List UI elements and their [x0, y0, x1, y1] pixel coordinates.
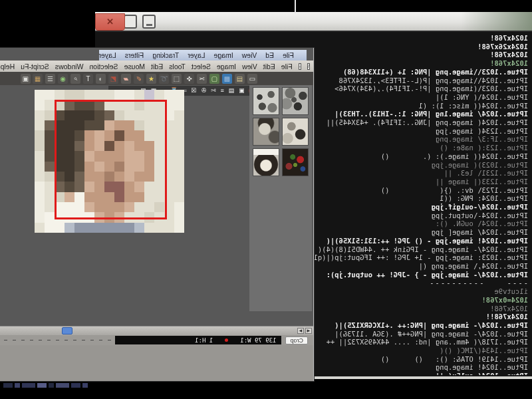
menu-tools[interactable]: Tools: [169, 63, 186, 70]
eraser-tool-icon[interactable]: ▰: [121, 74, 131, 84]
crop-tool-icon[interactable]: ✂: [197, 74, 207, 84]
status-readout: 139 79 W:1 1 H:1: [115, 336, 281, 344]
menu-image[interactable]: Image: [217, 63, 236, 70]
screen-icon[interactable]: ▣: [21, 74, 31, 84]
face-detection-box: [55, 100, 167, 219]
scrollbar-thumb[interactable]: [62, 327, 72, 334]
editor-menubar-main[interactable]: \ - FileEditViewImageSelectToolsEditMous…: [0, 61, 313, 72]
editor-menubar-top[interactable]: FileEdViewImageLayerTrackingFiltersLayer: [99, 50, 307, 61]
scroll-right-icon[interactable]: ▶: [297, 328, 304, 334]
image-editor-window[interactable]: FileEdViewImageLayerTrackingFiltersLayer…: [0, 48, 314, 381]
status-red-dot-icon: [225, 338, 228, 342]
desktop: 1024x768!1024x26x768!1024x768!1024x768!I…: [0, 0, 532, 399]
landscape-icon[interactable]: ▢: [209, 74, 219, 84]
menu-ed[interactable]: Ed: [265, 51, 274, 59]
move-tool-icon[interactable]: ✜: [184, 74, 194, 84]
close-button[interactable]: [95, 13, 125, 31]
menu-tracking[interactable]: Tracking: [152, 51, 179, 59]
terminal-titlebar[interactable]: [95, 12, 532, 32]
new-image-icon[interactable]: ▭: [247, 74, 257, 84]
editor-bottom-area: [0, 345, 313, 381]
menu-help[interactable]: Help: [1, 63, 15, 70]
gradient-tool-icon[interactable]: ◑: [96, 74, 106, 84]
taskbar-fragment[interactable]: [49, 383, 54, 388]
taskbar-fragments[interactable]: [1, 383, 88, 388]
brush-tool-icon[interactable]: ✐: [134, 74, 144, 84]
secondary-tool-icon-3[interactable]: ✄: [211, 88, 216, 94]
open-image-icon[interactable]: ▤: [235, 74, 245, 84]
menu-view[interactable]: View: [242, 51, 257, 59]
channels-icon[interactable]: ▦: [33, 74, 43, 84]
minimize-button[interactable]: [142, 15, 156, 29]
select-tool-icon[interactable]: ⬚: [172, 74, 182, 84]
scroll-left-icon[interactable]: ◀: [305, 328, 312, 334]
camera-icon[interactable]: ▩: [222, 74, 232, 84]
terminal-line: 1024x768!: [98, 34, 528, 43]
taskbar-fragment[interactable]: [22, 383, 35, 388]
secondary-tool-icon-2[interactable]: ≡: [221, 88, 224, 94]
timeline-ticks: [3, 336, 111, 344]
menu-mouse[interactable]: Mouse: [124, 63, 146, 70]
color-picker-icon[interactable]: ◉: [58, 74, 68, 84]
menu-edit[interactable]: Edit: [151, 63, 163, 70]
thumbnail-monkey-face[interactable]: [253, 148, 279, 176]
menu-file[interactable]: File: [283, 51, 294, 59]
maximize-button[interactable]: [124, 15, 137, 29]
editor-toolbar[interactable]: ▭▤▩▢✂✜⬚➰★✐▰◩◑T⌕◉☰▦▣: [0, 72, 313, 85]
status-coords-a: 139 79 W:1: [240, 337, 276, 344]
horizontal-scrollbar[interactable]: ◀ ▶: [0, 326, 313, 335]
thumbnail-texture-3[interactable]: [282, 118, 309, 146]
window-grid-icon[interactable]: \: [307, 63, 310, 70]
secondary-tool-icon-0[interactable]: ▣: [239, 88, 245, 94]
minimize-strip-icon[interactable]: -: [299, 63, 301, 70]
taskbar-fragment[interactable]: [37, 383, 47, 388]
taskbar-fragment[interactable]: [15, 383, 20, 388]
thumbnail-texture-2[interactable]: [253, 87, 279, 115]
taskbar-fragment[interactable]: [71, 383, 80, 388]
taskbar-fragment[interactable]: [3, 383, 13, 388]
titlebar-tint: [454, 12, 532, 31]
zoom-tool-icon[interactable]: ⌕: [70, 74, 80, 84]
menu-file[interactable]: File: [281, 63, 293, 70]
secondary-tool-icon-4[interactable]: ✇: [201, 88, 207, 94]
wand-tool-icon[interactable]: ★: [146, 74, 156, 84]
bucket-tool-icon[interactable]: ◩: [108, 74, 118, 84]
thumbnail-texture-1[interactable]: [282, 87, 309, 115]
menu-filters[interactable]: Filters: [125, 51, 144, 59]
layers-icon[interactable]: ☰: [45, 74, 55, 84]
menu-layer[interactable]: Layer: [98, 51, 116, 59]
menu-image[interactable]: Image: [213, 51, 233, 59]
thumbnails-panel[interactable]: [249, 85, 312, 311]
taskbar-fragment[interactable]: [56, 383, 69, 388]
taskbar-fragment[interactable]: [82, 383, 88, 388]
menu-select[interactable]: Select: [192, 63, 211, 70]
menu-windows[interactable]: Windows: [55, 63, 84, 70]
menu-selection[interactable]: Selection: [89, 63, 118, 70]
menu-scriptfu[interactable]: Script-Fu: [21, 63, 49, 70]
thumbnail-color-noise[interactable]: [282, 148, 309, 176]
secondary-tool-icon-5[interactable]: ☒: [192, 88, 197, 94]
text-tool-icon[interactable]: T: [83, 74, 93, 84]
status-coords-b: 1 H:1: [195, 337, 213, 344]
menu-edit[interactable]: Edit: [263, 63, 275, 70]
secondary-tool-icon-1[interactable]: ▤: [229, 88, 235, 94]
lasso-tool-icon[interactable]: ➰: [159, 74, 169, 84]
menu-layer[interactable]: Layer: [188, 51, 205, 59]
crop-button[interactable]: Crop: [285, 336, 308, 344]
artifact-line: [295, 0, 296, 13]
menu-view[interactable]: View: [242, 63, 257, 70]
editor-statusbar: Crop 139 79 W:1 1 H:1: [0, 335, 313, 345]
thumbnail-face-gray[interactable]: [253, 118, 279, 146]
